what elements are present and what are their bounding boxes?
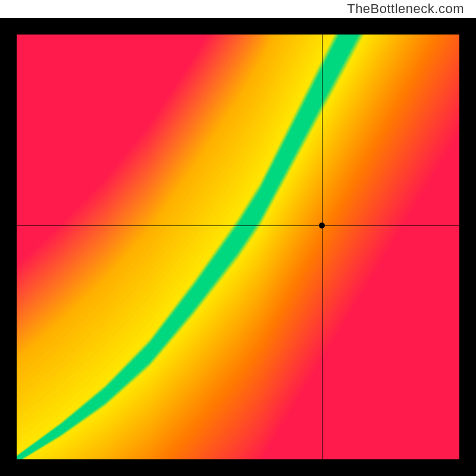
heatmap-canvas: [17, 35, 459, 459]
data-point-marker: [319, 223, 325, 228]
crosshair-horizontal: [17, 226, 459, 226]
watermark-text: TheBottleneck.com: [347, 1, 464, 17]
heatmap-chart: [0, 18, 476, 476]
crosshair-vertical: [322, 35, 322, 459]
